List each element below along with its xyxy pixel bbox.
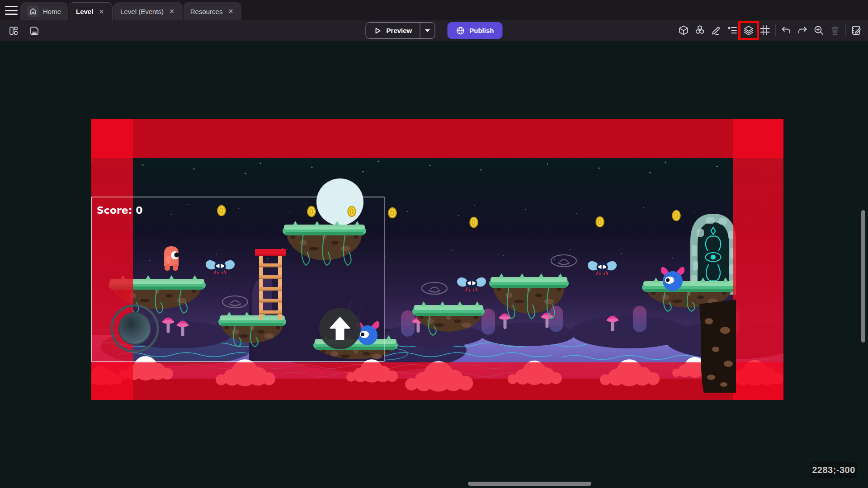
grass-shadow bbox=[221, 323, 284, 326]
publish-label: Publish bbox=[469, 27, 494, 34]
3d-box-icon[interactable] bbox=[675, 22, 692, 39]
annotation-highlight-box bbox=[738, 21, 759, 40]
grass-shadow bbox=[491, 285, 566, 288]
virtual-joystick[interactable] bbox=[112, 305, 158, 352]
dirt-column[interactable] bbox=[699, 300, 736, 393]
vertical-scrollbar[interactable] bbox=[861, 210, 865, 343]
dirt-stone bbox=[434, 324, 444, 327]
tab-label: Level (Events) bbox=[120, 8, 164, 15]
dirt-stone bbox=[557, 287, 561, 291]
tab-strip: Home Level ✕ Level (Events) ✕ Resources … bbox=[20, 2, 242, 20]
star bbox=[377, 160, 379, 162]
character-highlight bbox=[166, 256, 171, 264]
close-icon[interactable]: ✕ bbox=[226, 8, 235, 15]
dirt-stone bbox=[662, 295, 669, 300]
column-body bbox=[699, 300, 736, 393]
globe-icon bbox=[456, 26, 465, 35]
bush[interactable] bbox=[401, 310, 415, 337]
dirt-stone bbox=[231, 329, 239, 334]
horizontal-scrollbar[interactable] bbox=[468, 482, 591, 486]
scene-editor-viewport[interactable]: Score: 0 2283;-300 bbox=[0, 41, 868, 488]
star bbox=[171, 214, 172, 215]
preview-button[interactable]: Preview bbox=[366, 22, 435, 39]
layers-icon[interactable] bbox=[741, 22, 757, 39]
grid-icon[interactable] bbox=[757, 22, 773, 39]
column-stone bbox=[720, 382, 727, 387]
scene-properties-icon[interactable] bbox=[848, 22, 864, 39]
dirt-stone bbox=[385, 349, 390, 353]
grass-shadow bbox=[415, 313, 482, 316]
dirt-stone bbox=[257, 330, 264, 333]
coin[interactable] bbox=[218, 206, 226, 216]
scene-editor-toolbar: Preview Publish bbox=[0, 20, 868, 41]
star bbox=[267, 258, 268, 259]
coin[interactable] bbox=[389, 208, 396, 218]
coin[interactable] bbox=[470, 217, 478, 227]
coin[interactable] bbox=[308, 206, 316, 216]
dirt-stone bbox=[505, 293, 513, 298]
jump-button[interactable] bbox=[319, 308, 361, 349]
star bbox=[149, 260, 150, 261]
star bbox=[598, 167, 599, 169]
star bbox=[238, 208, 239, 209]
coin[interactable] bbox=[596, 217, 604, 227]
star bbox=[142, 164, 143, 165]
edit-icon[interactable] bbox=[708, 22, 724, 39]
dirt-stone bbox=[497, 287, 501, 291]
tab-home[interactable]: Home bbox=[20, 2, 68, 20]
tab-resources[interactable]: Resources ✕ bbox=[184, 2, 241, 20]
star bbox=[311, 166, 312, 168]
column-stone bbox=[707, 375, 715, 380]
score-text: Score: 0 bbox=[97, 205, 143, 216]
star bbox=[289, 212, 290, 213]
preview-options-dropdown[interactable] bbox=[420, 23, 434, 38]
bush[interactable] bbox=[633, 306, 646, 332]
object-groups-icon[interactable] bbox=[692, 22, 708, 39]
dirt-stone bbox=[722, 291, 726, 295]
tab-level[interactable]: Level ✕ bbox=[69, 2, 113, 20]
dirt-stone bbox=[372, 353, 382, 359]
redo-icon[interactable] bbox=[794, 22, 811, 39]
dirt-stone bbox=[462, 323, 472, 328]
dirt-stone bbox=[340, 354, 350, 358]
enemy-pupil bbox=[361, 333, 364, 336]
coin[interactable] bbox=[673, 211, 680, 221]
coin[interactable] bbox=[348, 206, 356, 216]
dirt-stone bbox=[454, 319, 461, 323]
close-icon[interactable]: ✕ bbox=[97, 8, 105, 15]
close-icon[interactable]: ✕ bbox=[168, 8, 176, 15]
project-manager-icon[interactable] bbox=[5, 22, 22, 39]
dirt-stone bbox=[473, 315, 478, 319]
star bbox=[503, 255, 504, 256]
red-band-left bbox=[91, 119, 133, 400]
dirt-stone bbox=[544, 299, 554, 304]
portal-stone-block bbox=[692, 245, 697, 256]
main-menu-icon[interactable] bbox=[5, 5, 18, 16]
publish-button[interactable]: Publish bbox=[447, 22, 502, 39]
cursor-coordinates-badge: 2283;-300 bbox=[811, 462, 857, 478]
dirt-stone bbox=[300, 240, 307, 245]
toolbar-divider bbox=[775, 24, 776, 36]
column-stone bbox=[720, 327, 730, 334]
red-band-bottom bbox=[91, 362, 783, 400]
star bbox=[570, 249, 571, 250]
dirt-stone bbox=[427, 319, 434, 324]
home-icon bbox=[27, 5, 39, 17]
ornament-pupil bbox=[711, 255, 715, 259]
zoom-in-icon[interactable] bbox=[811, 22, 827, 39]
dirt-stone bbox=[354, 235, 358, 239]
moon[interactable] bbox=[316, 178, 363, 225]
dirt-stone bbox=[331, 241, 339, 244]
save-icon[interactable] bbox=[26, 22, 42, 39]
game-canvas[interactable]: Score: 0 bbox=[91, 119, 783, 400]
ladder-cap-shadow bbox=[255, 254, 286, 256]
column-stone bbox=[705, 318, 713, 324]
undo-icon[interactable] bbox=[778, 22, 794, 39]
star bbox=[216, 254, 217, 255]
tab-level-events[interactable]: Level (Events) ✕ bbox=[113, 2, 183, 20]
level-scene[interactable]: Score: 0 bbox=[91, 119, 783, 400]
ladder-rail bbox=[259, 251, 263, 319]
grass-shadow bbox=[316, 347, 396, 350]
dirt-stone bbox=[363, 352, 370, 356]
star bbox=[259, 162, 261, 164]
